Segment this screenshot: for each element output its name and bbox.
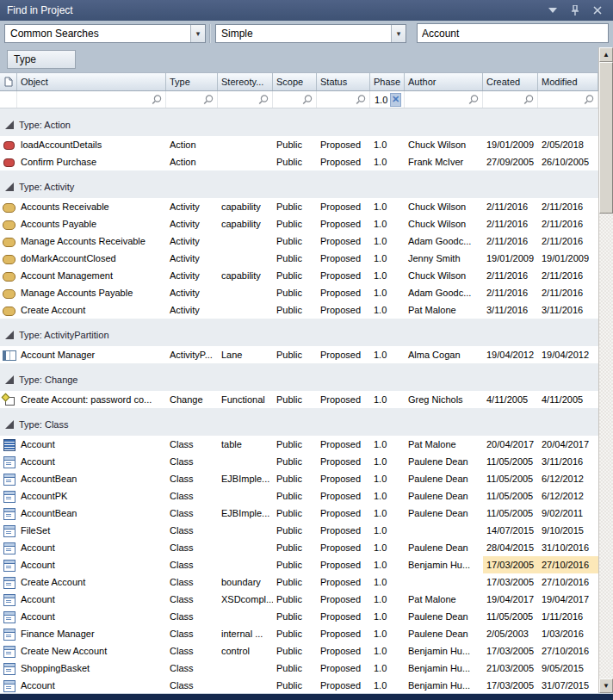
table-row[interactable]: Account Class table Public Proposed 1.0 … <box>0 436 598 453</box>
chevron-down-icon[interactable] <box>548 5 558 15</box>
filter-status[interactable] <box>317 91 370 108</box>
vertical-scrollbar[interactable] <box>598 47 613 693</box>
column-header-modified[interactable]: Modified <box>538 73 598 90</box>
cell-created: 19/01/2009 <box>483 136 538 153</box>
new-document-icon[interactable] <box>0 73 17 90</box>
cell-type: Class <box>166 625 218 642</box>
column-header-created[interactable]: Created <box>483 73 538 90</box>
group-by-type-button[interactable]: Type <box>7 50 76 69</box>
filter-type[interactable] <box>166 91 218 108</box>
scrollbar-thumb[interactable] <box>599 62 613 214</box>
table-row[interactable]: Create Account Class boundary Public Pro… <box>0 573 598 591</box>
column-header-scope[interactable]: Scope <box>273 73 317 90</box>
window-title: Find in Project <box>7 4 548 16</box>
chevron-down-icon[interactable] <box>391 25 406 42</box>
cell-status: Proposed <box>317 522 370 539</box>
table-row[interactable]: Account Class Public Proposed 1.0 Paulen… <box>0 608 598 625</box>
filter-author[interactable] <box>405 91 483 108</box>
table-row[interactable]: Account Manager ActivityP... Lane Public… <box>0 346 598 363</box>
column-header-status[interactable]: Status <box>317 73 370 90</box>
cell-object: loadAccountDetails <box>17 136 166 153</box>
column-header-stereotype[interactable]: Stereoty... <box>218 73 273 90</box>
cell-status: Proposed <box>317 301 370 319</box>
search-term-input[interactable] <box>417 23 609 43</box>
table-row[interactable]: Manage Accounts Payable Activity Public … <box>0 284 598 301</box>
filter-object[interactable] <box>17 91 166 108</box>
cell-author: Adam Goodc... <box>405 232 483 250</box>
scroll-up-button[interactable] <box>599 47 613 62</box>
table-row[interactable]: Confirm Purchase Action Public Proposed … <box>0 153 598 170</box>
group-header[interactable]: Type: ActivityPartition <box>0 326 598 344</box>
filter-stereotype[interactable] <box>218 91 273 108</box>
search-category-select[interactable]: Common Searches <box>4 24 206 43</box>
cell-created: 17/03/2005 <box>483 642 538 660</box>
cell-object: Account Management <box>17 267 166 284</box>
table-row[interactable]: Account Class Public Proposed 1.0 Paulen… <box>0 539 598 556</box>
cell-created: 28/04/2015 <box>483 539 538 556</box>
table-row[interactable]: Account Class Public Proposed 1.0 Paulen… <box>0 453 598 470</box>
change-icon <box>3 394 15 405</box>
column-header-phase[interactable]: Phase <box>370 73 405 90</box>
table-row[interactable]: Accounts Receivable Activity capability … <box>0 198 598 215</box>
group-header[interactable]: Type: Class <box>0 416 598 433</box>
table-row[interactable]: AccountPK Class Public Proposed 1.0 Paul… <box>0 487 598 505</box>
table-row[interactable]: Create Account Activity Public Proposed … <box>0 301 598 319</box>
search-mode-select[interactable]: Simple <box>215 24 406 43</box>
table-row[interactable]: Account Class Public Proposed 1.0 Benjam… <box>0 677 598 693</box>
cell-stereotype: capability <box>218 215 273 232</box>
filter-created[interactable] <box>483 91 538 108</box>
cell-created: 3/11/2016 <box>483 301 538 319</box>
window-bottom-edge <box>0 693 613 700</box>
activity-icon <box>3 201 15 212</box>
cell-status: Proposed <box>317 153 370 170</box>
filter-scope[interactable] <box>273 91 317 108</box>
clear-filter-button[interactable]: ✕ <box>390 93 401 107</box>
table-row[interactable]: Create Account: password co... Change Fu… <box>0 391 598 408</box>
table-row[interactable]: Manage Accounts Receivable Activity Publ… <box>0 232 598 250</box>
cell-status: Proposed <box>317 677 370 693</box>
table-row[interactable]: Account Class Public Proposed 1.0 Benjam… <box>0 556 598 573</box>
search-category-value: Common Searches <box>5 28 190 40</box>
cell-phase: 1.0 <box>370 522 405 539</box>
cell-stereotype <box>218 660 273 677</box>
cell-object: AccountPK <box>17 487 166 505</box>
column-header-type[interactable]: Type <box>166 73 218 90</box>
filter-phase[interactable]: 1.0 ✕ <box>370 91 405 108</box>
group-header[interactable]: Type: Action <box>0 116 598 133</box>
cell-modified: 4/11/2005 <box>538 391 598 408</box>
cell-phase: 1.0 <box>370 153 405 170</box>
group-header[interactable]: Type: Activity <box>0 178 598 195</box>
table-row[interactable]: AccountBean Class EJBImple... Public Pro… <box>0 505 598 522</box>
activity-icon <box>3 253 15 263</box>
close-icon[interactable] <box>592 5 603 15</box>
table-row[interactable]: FileSet Class Public Proposed 1.0 14/07/… <box>0 522 598 539</box>
table-row[interactable]: AccountBean Class EJBImple... Public Pro… <box>0 470 598 487</box>
table-row[interactable]: loadAccountDetails Action Public Propose… <box>0 136 598 153</box>
titlebar-buttons <box>548 5 606 15</box>
cell-author: Benjamin Hu... <box>405 642 483 660</box>
chevron-down-icon[interactable] <box>190 25 205 42</box>
table-row[interactable]: doMarkAccountClosed Activity Public Prop… <box>0 250 598 267</box>
class-icon <box>3 680 15 691</box>
cell-type: Change <box>166 391 218 408</box>
column-header-object[interactable]: Object <box>17 73 166 90</box>
column-header-author[interactable]: Author <box>405 73 483 90</box>
table-row[interactable]: Create New Account Class control Public … <box>0 642 598 660</box>
table-row[interactable]: ShoppingBasket Class Public Proposed 1.0… <box>0 660 598 677</box>
titlebar: Find in Project <box>0 0 613 21</box>
class-icon <box>3 491 15 501</box>
cell-status: Proposed <box>317 391 370 408</box>
cell-phase: 1.0 <box>370 642 405 660</box>
cell-author: Paulene Dean <box>405 453 483 470</box>
table-row[interactable]: Account Class XSDcompl... Public Propose… <box>0 591 598 608</box>
group-header[interactable]: Type: Change <box>0 371 598 388</box>
filter-modified[interactable] <box>538 91 598 108</box>
pin-icon[interactable] <box>570 5 580 15</box>
cell-stereotype <box>218 284 273 301</box>
cell-object: FileSet <box>17 522 166 539</box>
cell-phase: 1.0 <box>370 436 405 453</box>
table-row[interactable]: Account Management Activity capability P… <box>0 267 598 284</box>
scroll-down-button[interactable] <box>599 678 613 693</box>
table-row[interactable]: Finance Manager Class internal ... Publi… <box>0 625 598 642</box>
table-row[interactable]: Accounts Payable Activity capability Pub… <box>0 215 598 232</box>
